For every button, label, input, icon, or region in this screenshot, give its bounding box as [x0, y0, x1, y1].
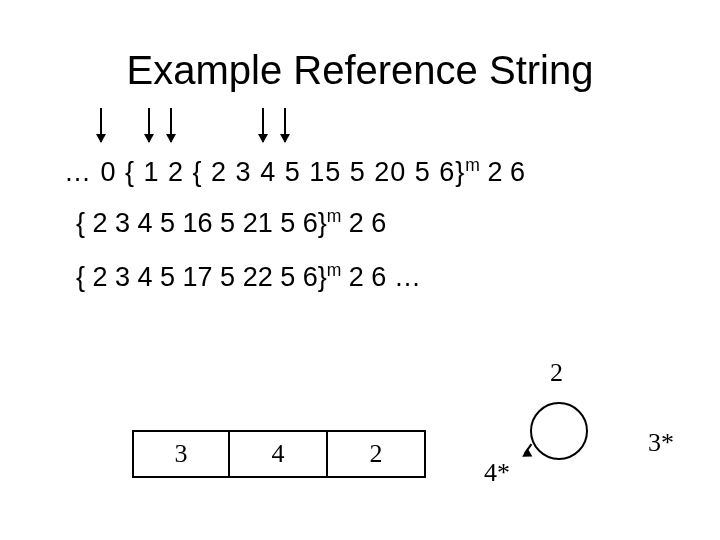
ref-line-3-sup: m [327, 260, 342, 280]
arrow-1 [100, 108, 102, 142]
clock-circle [530, 402, 588, 460]
page-frames: 3 4 2 [132, 430, 426, 478]
incoming-page-label: 2 [550, 358, 563, 388]
ref-line-3-part-a: { 2 3 4 5 17 5 22 5 6} [76, 262, 327, 292]
frame-1: 4 [230, 430, 328, 478]
ref-line-1: … 0 { 1 2 { 2 3 4 5 15 5 20 5 6}m 2 6 [64, 155, 525, 188]
ref-line-1-part-b: 2 6 [480, 157, 525, 187]
slide-title: Example Reference String [0, 48, 720, 93]
label-3star: 3* [648, 428, 674, 458]
ref-line-2: { 2 3 4 5 16 5 21 5 6}m 2 6 [76, 206, 386, 239]
ref-line-3-part-b: 2 6 [341, 262, 394, 292]
ref-line-3: { 2 3 4 5 17 5 22 5 6}m 2 6 … [76, 260, 422, 293]
ref-line-2-sup: m [327, 206, 342, 226]
frame-2: 2 [328, 430, 426, 478]
ref-line-1-part-a: … 0 { 1 2 { 2 3 4 5 15 5 20 5 6} [64, 157, 465, 187]
ref-line-1-sup: m [465, 155, 480, 175]
arrow-4 [262, 108, 264, 142]
ref-line-3-ellipsis: … [394, 262, 422, 292]
ref-line-2-part-a: { 2 3 4 5 16 5 21 5 6} [76, 208, 327, 238]
clock-arrow-head [520, 448, 533, 461]
ref-line-2-part-b: 2 6 [341, 208, 386, 238]
arrow-3 [170, 108, 172, 142]
arrow-2 [148, 108, 150, 142]
arrow-5 [284, 108, 286, 142]
label-4star: 4* [484, 458, 510, 488]
frame-0: 3 [132, 430, 230, 478]
